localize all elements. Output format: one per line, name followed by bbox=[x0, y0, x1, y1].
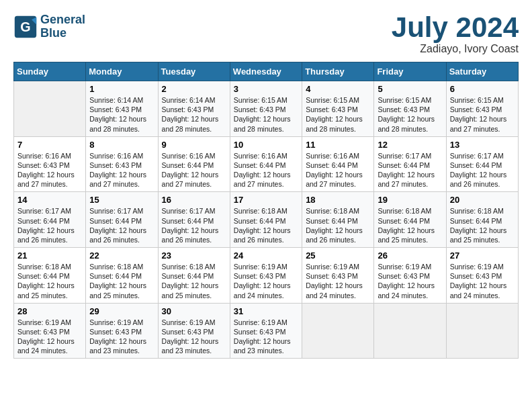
day-number: 31 bbox=[234, 306, 298, 316]
calendar-cell: 20Sunrise: 6:18 AM Sunset: 6:44 PM Dayli… bbox=[446, 192, 518, 248]
day-header-saturday: Saturday bbox=[446, 62, 518, 81]
day-header-thursday: Thursday bbox=[302, 62, 374, 81]
day-number: 9 bbox=[162, 140, 226, 150]
day-info: Sunrise: 6:19 AM Sunset: 6:43 PM Dayligh… bbox=[162, 318, 226, 356]
logo-text: General Blue bbox=[40, 13, 85, 40]
day-info: Sunrise: 6:19 AM Sunset: 6:43 PM Dayligh… bbox=[378, 262, 442, 300]
header-row: SundayMondayTuesdayWednesdayThursdayFrid… bbox=[14, 62, 519, 81]
day-info: Sunrise: 6:16 AM Sunset: 6:44 PM Dayligh… bbox=[234, 151, 298, 189]
day-number: 23 bbox=[162, 250, 226, 261]
calendar-cell: 8Sunrise: 6:16 AM Sunset: 6:43 PM Daylig… bbox=[86, 136, 158, 192]
day-number: 28 bbox=[17, 306, 82, 316]
day-number: 27 bbox=[450, 250, 515, 261]
calendar-cell: 13Sunrise: 6:17 AM Sunset: 6:44 PM Dayli… bbox=[446, 136, 518, 192]
day-number: 30 bbox=[162, 306, 226, 316]
day-info: Sunrise: 6:19 AM Sunset: 6:43 PM Dayligh… bbox=[306, 262, 370, 300]
day-header-friday: Friday bbox=[374, 62, 446, 81]
calendar-cell: 3Sunrise: 6:15 AM Sunset: 6:43 PM Daylig… bbox=[230, 81, 302, 137]
day-info: Sunrise: 6:19 AM Sunset: 6:43 PM Dayligh… bbox=[234, 262, 298, 300]
calendar-cell: 9Sunrise: 6:16 AM Sunset: 6:44 PM Daylig… bbox=[158, 136, 230, 192]
day-info: Sunrise: 6:18 AM Sunset: 6:44 PM Dayligh… bbox=[450, 206, 515, 244]
calendar-cell: 21Sunrise: 6:18 AM Sunset: 6:44 PM Dayli… bbox=[14, 248, 86, 304]
day-number: 14 bbox=[17, 195, 82, 205]
day-info: Sunrise: 6:15 AM Sunset: 6:43 PM Dayligh… bbox=[306, 95, 370, 134]
calendar-cell: 23Sunrise: 6:18 AM Sunset: 6:44 PM Dayli… bbox=[158, 248, 230, 304]
week-row-1: 1Sunrise: 6:14 AM Sunset: 6:43 PM Daylig… bbox=[14, 81, 519, 137]
day-info: Sunrise: 6:15 AM Sunset: 6:43 PM Dayligh… bbox=[234, 95, 298, 134]
day-info: Sunrise: 6:17 AM Sunset: 6:44 PM Dayligh… bbox=[17, 206, 82, 244]
day-number: 4 bbox=[306, 84, 370, 94]
day-header-tuesday: Tuesday bbox=[158, 62, 230, 81]
day-number: 24 bbox=[234, 250, 298, 261]
week-row-5: 28Sunrise: 6:19 AM Sunset: 6:43 PM Dayli… bbox=[14, 303, 519, 359]
calendar-cell bbox=[374, 303, 446, 359]
title-block: July 2024 Zadiayo, Ivory Coast bbox=[392, 13, 519, 55]
day-header-wednesday: Wednesday bbox=[230, 62, 302, 81]
calendar-cell: 24Sunrise: 6:19 AM Sunset: 6:43 PM Dayli… bbox=[230, 248, 302, 304]
calendar-cell: 4Sunrise: 6:15 AM Sunset: 6:43 PM Daylig… bbox=[302, 81, 374, 137]
day-info: Sunrise: 6:18 AM Sunset: 6:44 PM Dayligh… bbox=[234, 206, 298, 244]
day-info: Sunrise: 6:16 AM Sunset: 6:44 PM Dayligh… bbox=[162, 151, 226, 189]
calendar-cell: 29Sunrise: 6:19 AM Sunset: 6:43 PM Dayli… bbox=[86, 303, 158, 359]
calendar-cell bbox=[302, 303, 374, 359]
day-header-sunday: Sunday bbox=[14, 62, 86, 81]
day-info: Sunrise: 6:17 AM Sunset: 6:44 PM Dayligh… bbox=[450, 151, 515, 189]
calendar-cell: 30Sunrise: 6:19 AM Sunset: 6:43 PM Dayli… bbox=[158, 303, 230, 359]
calendar-header: SundayMondayTuesdayWednesdayThursdayFrid… bbox=[14, 62, 519, 81]
day-number: 2 bbox=[162, 84, 226, 94]
day-info: Sunrise: 6:19 AM Sunset: 6:43 PM Dayligh… bbox=[17, 318, 82, 356]
day-header-monday: Monday bbox=[86, 62, 158, 81]
day-number: 29 bbox=[89, 306, 154, 316]
calendar-cell: 1Sunrise: 6:14 AM Sunset: 6:43 PM Daylig… bbox=[86, 81, 158, 137]
day-info: Sunrise: 6:15 AM Sunset: 6:43 PM Dayligh… bbox=[378, 95, 442, 134]
day-number: 1 bbox=[89, 84, 154, 94]
calendar-body: 1Sunrise: 6:14 AM Sunset: 6:43 PM Daylig… bbox=[14, 81, 519, 359]
location: Zadiayo, Ivory Coast bbox=[392, 43, 519, 55]
calendar-cell: 26Sunrise: 6:19 AM Sunset: 6:43 PM Dayli… bbox=[374, 248, 446, 304]
day-number: 17 bbox=[234, 195, 298, 205]
day-number: 3 bbox=[234, 84, 298, 94]
calendar-cell: 14Sunrise: 6:17 AM Sunset: 6:44 PM Dayli… bbox=[14, 192, 86, 248]
day-number: 20 bbox=[450, 195, 515, 205]
day-info: Sunrise: 6:14 AM Sunset: 6:43 PM Dayligh… bbox=[89, 95, 154, 134]
calendar-cell: 16Sunrise: 6:17 AM Sunset: 6:44 PM Dayli… bbox=[158, 192, 230, 248]
week-row-2: 7Sunrise: 6:16 AM Sunset: 6:43 PM Daylig… bbox=[14, 136, 519, 192]
calendar-table: SundayMondayTuesdayWednesdayThursdayFrid… bbox=[13, 62, 519, 359]
calendar-cell: 27Sunrise: 6:19 AM Sunset: 6:43 PM Dayli… bbox=[446, 248, 518, 304]
page-header: G General Blue July 2024 Zadiayo, Ivory … bbox=[13, 13, 519, 55]
calendar-cell: 22Sunrise: 6:18 AM Sunset: 6:44 PM Dayli… bbox=[86, 248, 158, 304]
calendar-cell: 28Sunrise: 6:19 AM Sunset: 6:43 PM Dayli… bbox=[14, 303, 86, 359]
calendar-cell: 17Sunrise: 6:18 AM Sunset: 6:44 PM Dayli… bbox=[230, 192, 302, 248]
calendar-cell: 18Sunrise: 6:18 AM Sunset: 6:44 PM Dayli… bbox=[302, 192, 374, 248]
calendar-cell: 11Sunrise: 6:16 AM Sunset: 6:44 PM Dayli… bbox=[302, 136, 374, 192]
calendar-cell: 12Sunrise: 6:17 AM Sunset: 6:44 PM Dayli… bbox=[374, 136, 446, 192]
day-info: Sunrise: 6:16 AM Sunset: 6:44 PM Dayligh… bbox=[306, 151, 370, 189]
day-number: 22 bbox=[89, 250, 154, 261]
day-info: Sunrise: 6:18 AM Sunset: 6:44 PM Dayligh… bbox=[162, 262, 226, 300]
day-number: 10 bbox=[234, 140, 298, 150]
calendar-cell: 5Sunrise: 6:15 AM Sunset: 6:43 PM Daylig… bbox=[374, 81, 446, 137]
calendar-cell: 15Sunrise: 6:17 AM Sunset: 6:44 PM Dayli… bbox=[86, 192, 158, 248]
day-number: 7 bbox=[17, 140, 82, 150]
calendar-cell bbox=[14, 81, 86, 137]
day-number: 12 bbox=[378, 140, 442, 150]
week-row-4: 21Sunrise: 6:18 AM Sunset: 6:44 PM Dayli… bbox=[14, 248, 519, 304]
day-number: 26 bbox=[378, 250, 442, 261]
day-number: 6 bbox=[450, 84, 515, 94]
logo: G General Blue bbox=[13, 13, 85, 40]
day-info: Sunrise: 6:19 AM Sunset: 6:43 PM Dayligh… bbox=[234, 318, 298, 356]
day-info: Sunrise: 6:17 AM Sunset: 6:44 PM Dayligh… bbox=[89, 206, 154, 244]
day-number: 5 bbox=[378, 84, 442, 94]
day-info: Sunrise: 6:15 AM Sunset: 6:43 PM Dayligh… bbox=[450, 95, 515, 134]
day-number: 16 bbox=[162, 195, 226, 205]
day-number: 11 bbox=[306, 140, 370, 150]
day-number: 18 bbox=[306, 195, 370, 205]
day-number: 15 bbox=[89, 195, 154, 205]
day-info: Sunrise: 6:18 AM Sunset: 6:44 PM Dayligh… bbox=[378, 206, 442, 244]
day-info: Sunrise: 6:18 AM Sunset: 6:44 PM Dayligh… bbox=[89, 262, 154, 300]
day-number: 25 bbox=[306, 250, 370, 261]
day-info: Sunrise: 6:18 AM Sunset: 6:44 PM Dayligh… bbox=[17, 262, 82, 300]
calendar-cell bbox=[446, 303, 518, 359]
day-info: Sunrise: 6:16 AM Sunset: 6:43 PM Dayligh… bbox=[17, 151, 82, 189]
day-info: Sunrise: 6:16 AM Sunset: 6:43 PM Dayligh… bbox=[89, 151, 154, 189]
